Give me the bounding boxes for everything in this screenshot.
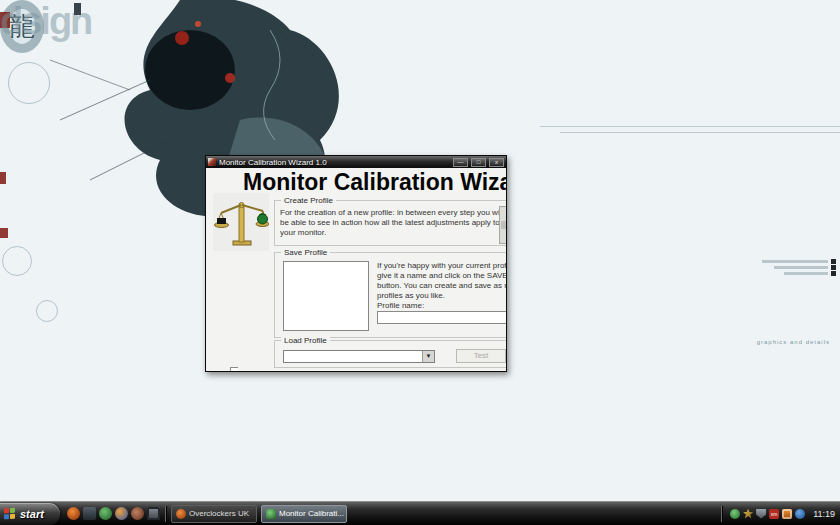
balance-scale-icon bbox=[213, 193, 269, 251]
combobox-value bbox=[284, 358, 286, 367]
network-icon[interactable] bbox=[795, 509, 805, 519]
taskbar-divider bbox=[165, 506, 166, 522]
wallpaper-caption: graphics and details bbox=[700, 339, 830, 345]
scrollbar[interactable] bbox=[499, 206, 507, 244]
window-title: Monitor Calibration Wizard 1.0 bbox=[219, 158, 450, 167]
save-profile-group: Save Profile If you're happy with your c… bbox=[274, 252, 507, 338]
test-button[interactable]: Test bbox=[456, 349, 506, 363]
wallpaper-line bbox=[540, 126, 840, 127]
media-icon[interactable] bbox=[782, 509, 792, 519]
chevron-down-icon[interactable]: ▼ bbox=[422, 351, 434, 362]
profile-name-input[interactable] bbox=[377, 311, 507, 324]
profiles-listbox[interactable] bbox=[283, 261, 369, 331]
taskbar-clock[interactable]: 11:19 bbox=[813, 509, 835, 519]
wallpaper-line bbox=[560, 132, 840, 133]
monitor-calibration-wizard-window: Monitor Calibration Wizard 1.0 — □ x Mon… bbox=[205, 155, 507, 372]
star-icon[interactable] bbox=[743, 509, 753, 519]
window-titlebar[interactable]: Monitor Calibration Wizard 1.0 — □ x bbox=[206, 156, 506, 168]
wallpaper-red-mark bbox=[0, 172, 6, 184]
red-glow-dot bbox=[195, 21, 201, 27]
wizard-heading: Monitor Calibration Wizard bbox=[206, 169, 506, 196]
red-glow-dot bbox=[225, 73, 235, 83]
window-app-icon bbox=[208, 158, 216, 166]
xm-player-icon[interactable]: xm bbox=[769, 509, 779, 519]
red-glow-dot bbox=[175, 31, 189, 45]
task-label: Overclockers UK bbox=[189, 509, 249, 518]
profile-combobox[interactable]: ▼ bbox=[283, 350, 435, 363]
system-tray: xm 11:19 bbox=[716, 506, 840, 522]
create-profile-text: For the creation of a new profile: in be… bbox=[275, 201, 507, 238]
create-profile-group-label: Create Profile bbox=[281, 196, 336, 205]
wizard-icon bbox=[266, 509, 276, 519]
desktop: 龍 dsign graphics and details bbox=[0, 0, 840, 525]
media-icon[interactable] bbox=[131, 507, 144, 520]
quick-launch-bar bbox=[67, 507, 160, 520]
wallpaper-circle bbox=[2, 246, 32, 276]
taskbar-task-overclockers[interactable]: Overclockers UK bbox=[171, 505, 257, 523]
close-button[interactable]: x bbox=[489, 158, 504, 167]
start-button-label: start bbox=[20, 508, 44, 520]
mail-icon[interactable] bbox=[83, 507, 96, 520]
display-icon[interactable] bbox=[147, 507, 160, 520]
maximize-button[interactable]: □ bbox=[471, 158, 486, 167]
minimize-button[interactable]: — bbox=[453, 158, 468, 167]
start-button[interactable]: start bbox=[0, 503, 60, 525]
task-label: Monitor Calibrati... bbox=[279, 509, 344, 518]
power-icon bbox=[176, 509, 186, 519]
save-profile-text: If you're happy with your current profil… bbox=[377, 261, 507, 301]
tray-divider bbox=[721, 506, 722, 522]
taskbar-task-monitor-calibration[interactable]: Monitor Calibrati... bbox=[261, 505, 347, 523]
wallpaper-legend bbox=[762, 260, 828, 278]
taskbar: start Overclockers UK Monitor Calibrati.… bbox=[0, 501, 840, 525]
save-profile-group-label: Save Profile bbox=[281, 248, 330, 257]
power-icon[interactable] bbox=[67, 507, 80, 520]
create-profile-group: Create Profile For the creation of a new… bbox=[274, 200, 507, 246]
profile-name-label: Profile name: bbox=[377, 301, 424, 310]
browser-icon[interactable] bbox=[115, 507, 128, 520]
windows-flag-icon bbox=[4, 507, 16, 520]
wallpaper-red-mark bbox=[0, 228, 8, 238]
users-icon[interactable] bbox=[99, 507, 112, 520]
shield-icon[interactable] bbox=[756, 509, 766, 519]
user-icon[interactable] bbox=[730, 509, 740, 519]
clipped-checkbox[interactable] bbox=[230, 367, 238, 372]
wallpaper-circle bbox=[36, 300, 58, 322]
load-profile-group-label: Load Profile bbox=[281, 336, 330, 345]
